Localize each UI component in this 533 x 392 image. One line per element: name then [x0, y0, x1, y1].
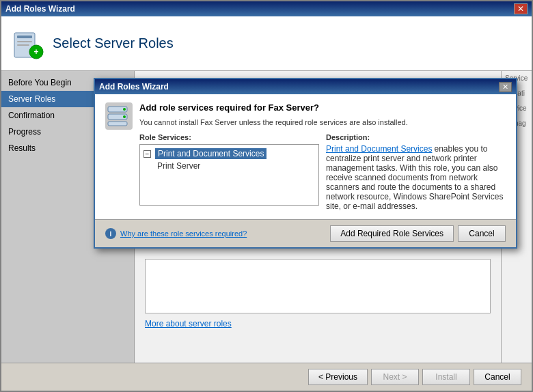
- svg-rect-2: [17, 41, 32, 42]
- info-row: i Why are these role services required?: [105, 228, 247, 239]
- next-button[interactable]: Next >: [371, 369, 419, 385]
- svg-rect-1: [17, 36, 32, 38]
- close-button[interactable]: ✕: [514, 3, 528, 14]
- modal-description: Print and Document Services enables you …: [326, 144, 506, 211]
- modal-question: Add role services required for Fax Serve…: [139, 102, 506, 113]
- modal-footer: i Why are these role services required? …: [95, 219, 516, 247]
- modal-text-area: Add role services required for Fax Serve…: [139, 102, 506, 211]
- below-modal: More about server roles: [145, 253, 491, 328]
- install-button[interactable]: Install: [422, 369, 470, 385]
- body-inner: Before You Begin Server Roles Confirmati…: [1, 71, 532, 363]
- previous-button[interactable]: < Previous: [308, 369, 368, 385]
- modal-body: Add role services required for Fax Serve…: [95, 94, 516, 219]
- add-required-role-services-button[interactable]: Add Required Role Services: [330, 225, 454, 242]
- title-bar: Add Roles Wizard ✕: [1, 1, 532, 16]
- info-icon: i: [105, 228, 116, 239]
- modal-footer-buttons: Add Required Role Services Cancel: [330, 225, 506, 242]
- svg-rect-3: [17, 44, 29, 46]
- role-services-header: Role Services:: [139, 133, 319, 141]
- svg-point-10: [123, 115, 126, 118]
- cancel-button[interactable]: Cancel: [474, 369, 521, 385]
- modal-icon: [105, 102, 133, 130]
- svg-rect-8: [108, 122, 127, 126]
- wizard-icon: +: [12, 27, 44, 60]
- role-tree-parent-item: − Print and Document Services: [144, 148, 315, 159]
- description-col: Description: Print and Document Services…: [326, 133, 506, 211]
- outer-window: Add Roles Wizard ✕ + Select Server Roles…: [0, 0, 533, 392]
- desc-link[interactable]: Print and Document Services: [326, 144, 432, 154]
- bottom-bar: < Previous Next > Install Cancel: [1, 363, 532, 391]
- role-tree: − Print and Document Services Print Serv…: [139, 144, 319, 206]
- window-title: Add Roles Wizard: [5, 4, 75, 14]
- modal-title-bar: Add Roles Wizard ✕: [95, 79, 516, 94]
- role-parent-label: Print and Document Services: [155, 148, 266, 159]
- svg-point-9: [123, 108, 126, 111]
- server-icon: [105, 102, 133, 130]
- more-about-link[interactable]: More about server roles: [145, 319, 232, 328]
- description-header: Description:: [326, 133, 506, 141]
- header-area: + Select Server Roles: [1, 16, 532, 71]
- role-tree-child-item: Print Server: [157, 161, 315, 171]
- modal-close-button[interactable]: ✕: [499, 82, 512, 92]
- role-services-col: Role Services: − Print and Document Serv…: [139, 133, 319, 211]
- role-child-label: Print Server: [157, 161, 200, 171]
- modal-columns: Role Services: − Print and Document Serv…: [139, 133, 506, 211]
- desc-text: enables you to centralize print server a…: [326, 144, 503, 211]
- info-link[interactable]: Why are these role services required?: [120, 229, 247, 238]
- modal-warning: You cannot install Fax Server unless the…: [139, 118, 506, 126]
- content-area: [145, 259, 491, 313]
- add-roles-modal: Add Roles Wizard ✕: [94, 78, 517, 249]
- modal-title: Add Roles Wizard: [99, 82, 169, 92]
- main-content: Select one or more roles to install on t…: [135, 71, 501, 363]
- collapse-icon[interactable]: −: [144, 150, 151, 158]
- page-title: Select Server Roles: [53, 36, 174, 51]
- svg-text:+: +: [33, 47, 38, 57]
- modal-cancel-button[interactable]: Cancel: [458, 225, 506, 242]
- body-wrapper: Before You Begin Server Roles Confirmati…: [1, 71, 532, 391]
